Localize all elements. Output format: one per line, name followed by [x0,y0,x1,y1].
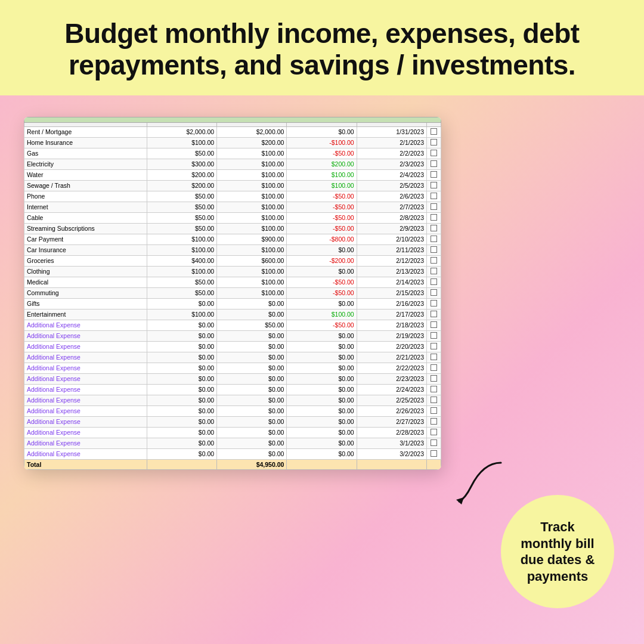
col-name [24,122,147,126]
checkbox[interactable] [431,236,437,242]
row-difference: $0.00 [287,427,357,438]
checkbox[interactable] [431,278,437,285]
table-row: Medical $50.00 $100.00 -$50.00 2/14/2023 [24,277,441,287]
row-actual: $200.00 [217,137,287,148]
row-label: Additional Expense [24,416,147,427]
row-label: Additional Expense [24,341,147,352]
row-paid[interactable] [427,191,441,202]
row-expected: $100.00 [147,309,216,320]
checkbox[interactable] [431,203,437,210]
row-paid[interactable] [427,384,441,395]
row-actual: $100.00 [217,169,287,180]
checkbox[interactable] [431,193,437,199]
table-row: Clothing $100.00 $100.00 $0.00 2/13/2023 [24,266,441,277]
row-paid[interactable] [427,148,441,159]
checkbox[interactable] [431,321,437,328]
row-paid[interactable] [427,320,441,330]
table-row: Entertainment $100.00 $0.00 $100.00 2/17… [24,309,441,320]
row-actual: $0.00 [217,309,287,320]
row-paid[interactable] [427,341,441,352]
checkbox[interactable] [431,311,437,317]
row-label: Entertainment [24,309,147,320]
checkbox[interactable] [431,364,437,371]
row-actual: $100.00 [217,266,287,277]
row-paid[interactable] [427,330,441,341]
table-row: Additional Expense $0.00 $0.00 $0.00 2/2… [24,416,441,427]
checkbox[interactable] [431,354,437,360]
checkbox[interactable] [431,375,437,382]
row-paid[interactable] [427,255,441,266]
checkbox[interactable] [431,386,437,392]
row-difference: $0.00 [287,298,357,309]
checkbox[interactable] [431,439,437,446]
col-paid [427,122,441,126]
row-difference: $0.00 [287,438,357,448]
row-paid[interactable] [427,180,441,191]
checkbox[interactable] [431,182,437,188]
row-difference: $0.00 [287,244,357,255]
checkbox[interactable] [431,150,437,156]
row-due-date: 2/5/2023 [357,180,426,191]
row-paid[interactable] [427,405,441,416]
row-difference: -$800.00 [287,234,357,244]
row-difference: $0.00 [287,341,357,352]
row-paid[interactable] [427,448,441,459]
table-row: Additional Expense $0.00 $0.00 $0.00 2/2… [24,395,441,405]
row-paid[interactable] [427,266,441,277]
row-expected: $0.00 [147,320,216,330]
row-paid[interactable] [427,277,441,287]
row-paid[interactable] [427,223,441,234]
row-expected: $0.00 [147,384,216,395]
checkbox[interactable] [431,407,437,414]
row-actual: $0.00 [217,438,287,448]
row-paid[interactable] [427,416,441,427]
row-paid[interactable] [427,395,441,405]
row-paid[interactable] [427,373,441,384]
row-label: Streaming Subscriptions [24,223,147,234]
total-paid [427,459,441,469]
checkbox[interactable] [431,418,437,425]
checkbox[interactable] [431,257,437,264]
row-paid[interactable] [427,438,441,448]
checkbox[interactable] [431,268,437,274]
checkbox[interactable] [431,429,437,435]
row-label: Internet [24,202,147,212]
row-expected: $0.00 [147,330,216,341]
checkbox[interactable] [431,214,437,221]
checkbox[interactable] [431,139,437,145]
checkbox[interactable] [431,171,437,178]
row-paid[interactable] [427,244,441,255]
checkbox[interactable] [431,128,437,135]
row-actual: $100.00 [217,180,287,191]
row-paid[interactable] [427,287,441,298]
row-paid[interactable] [427,137,441,148]
row-paid[interactable] [427,298,441,309]
row-paid[interactable] [427,202,441,212]
row-paid[interactable] [427,169,441,180]
row-paid[interactable] [427,159,441,169]
row-due-date: 2/13/2023 [357,266,426,277]
checkbox[interactable] [431,225,437,231]
checkbox[interactable] [431,397,437,403]
row-paid[interactable] [427,212,441,223]
checkbox[interactable] [431,300,437,306]
checkbox[interactable] [431,332,437,339]
checkbox[interactable] [431,343,437,349]
row-due-date: 2/28/2023 [357,427,426,438]
row-paid[interactable] [427,352,441,363]
checkbox[interactable] [431,289,437,296]
row-label: Electricity [24,159,147,169]
row-difference: -$50.00 [287,223,357,234]
row-label: Additional Expense [24,405,147,416]
checkbox[interactable] [431,160,437,167]
row-expected: $50.00 [147,277,216,287]
row-paid[interactable] [427,309,441,320]
row-paid[interactable] [427,126,441,137]
row-paid[interactable] [427,427,441,438]
row-paid[interactable] [427,363,441,373]
table-row: Additional Expense $0.00 $0.00 $0.00 2/2… [24,373,441,384]
checkbox[interactable] [431,246,437,253]
checkbox[interactable] [431,450,437,457]
row-paid[interactable] [427,234,441,244]
row-label: Car Payment [24,234,147,244]
